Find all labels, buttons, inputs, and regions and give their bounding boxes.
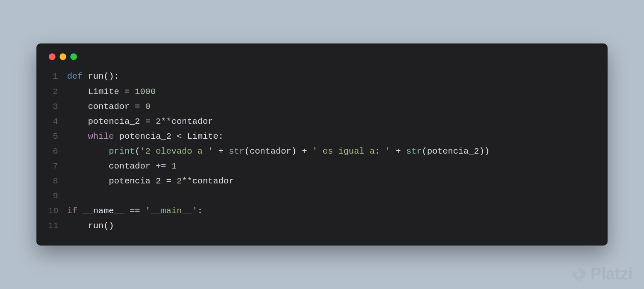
code-token: str — [229, 147, 245, 156]
code-token — [67, 176, 109, 186]
code-token: < — [177, 132, 187, 141]
code-token: 2 — [156, 117, 161, 126]
code-token: Limite — [187, 132, 219, 141]
code-token: ** — [161, 117, 171, 126]
code-token: : — [197, 206, 203, 216]
code-token: = — [125, 87, 135, 96]
code-token: = — [166, 176, 176, 186]
code-token: contador — [88, 102, 135, 111]
code-token: 1000 — [135, 87, 156, 96]
line-number: 5 — [48, 129, 67, 144]
line-number: 9 — [48, 189, 67, 204]
code-line: 7 contador += 1 — [48, 159, 596, 174]
code-token: ( — [245, 147, 250, 156]
line-number: 8 — [48, 174, 67, 189]
code-token: (): — [103, 72, 119, 81]
code-token — [67, 102, 88, 111]
code-block: 1def run():2 Limite = 10003 contador = 0… — [48, 69, 596, 234]
code-token: ( — [135, 147, 140, 156]
watermark: Platzi — [571, 265, 632, 283]
line-content: contador = 0 — [67, 99, 596, 114]
code-token: += — [156, 161, 171, 171]
platzi-logo-icon — [571, 266, 587, 282]
code-token: ( — [422, 147, 427, 156]
code-token: () — [103, 221, 114, 231]
line-content: potencia_2 = 2**contador — [67, 114, 596, 129]
code-token: print — [109, 147, 135, 156]
code-line: 5 while potencia_2 < Limite: — [48, 129, 596, 144]
close-icon[interactable] — [49, 53, 55, 60]
line-content: contador += 1 — [67, 159, 596, 174]
code-token: __name__ — [83, 206, 130, 216]
code-token: potencia_2 — [427, 147, 479, 156]
line-number: 7 — [48, 159, 67, 174]
code-token: 1 — [171, 161, 177, 171]
line-number: 3 — [48, 99, 67, 114]
code-token: 2 — [177, 176, 182, 186]
code-token — [67, 161, 109, 171]
code-token — [67, 117, 88, 126]
code-token: = — [135, 102, 145, 111]
code-token: potencia_2 — [119, 132, 177, 141]
line-content: while potencia_2 < Limite: — [67, 129, 596, 144]
line-content: def run(): — [67, 69, 596, 84]
watermark-text: Platzi — [591, 265, 632, 283]
code-line: 2 Limite = 1000 — [48, 84, 596, 99]
line-number: 10 — [48, 204, 67, 219]
code-line: 8 potencia_2 = 2**contador — [48, 174, 596, 189]
code-token: contador — [192, 176, 234, 186]
line-number: 2 — [48, 84, 67, 99]
code-line: 11 run() — [48, 219, 596, 234]
code-token: + — [213, 147, 229, 156]
code-token: Limite — [88, 87, 124, 96]
code-line: 4 potencia_2 = 2**contador — [48, 114, 596, 129]
line-content: run() — [67, 219, 596, 234]
code-token: '2 elevado a ' — [140, 147, 213, 156]
code-token: run — [88, 72, 103, 81]
code-token: str — [406, 147, 422, 156]
code-line: 6 print('2 elevado a ' + str(contador) +… — [48, 144, 596, 159]
code-token: = — [145, 117, 156, 126]
line-number: 11 — [48, 219, 67, 234]
code-token — [67, 147, 109, 156]
code-token: def — [67, 72, 88, 81]
line-content — [67, 189, 596, 204]
line-number: 4 — [48, 114, 67, 129]
code-token: + — [390, 147, 406, 156]
code-token: run — [88, 221, 103, 231]
code-token: ** — [182, 176, 192, 186]
code-token — [67, 221, 88, 231]
code-token: == — [130, 206, 145, 216]
code-token: ' es igual a: ' — [312, 147, 390, 156]
code-line: 10if __name__ == '__main__': — [48, 204, 596, 219]
code-token: potencia_2 — [109, 176, 166, 186]
line-content: if __name__ == '__main__': — [67, 204, 596, 219]
code-token: contador — [109, 161, 156, 171]
code-window: 1def run():2 Limite = 10003 contador = 0… — [36, 43, 608, 245]
line-content: print('2 elevado a ' + str(contador) + '… — [67, 144, 596, 159]
code-token: 0 — [145, 102, 151, 111]
code-token: contador — [171, 117, 213, 126]
code-token — [67, 132, 88, 141]
code-token: )) — [479, 147, 490, 156]
code-token: + — [297, 147, 312, 156]
code-token: '__main__' — [145, 206, 197, 216]
maximize-icon[interactable] — [70, 53, 77, 60]
code-token: potencia_2 — [88, 117, 145, 126]
line-number: 1 — [48, 69, 67, 84]
code-token: contador — [250, 147, 291, 156]
code-token — [67, 87, 88, 96]
line-content: potencia_2 = 2**contador — [67, 174, 596, 189]
line-content: Limite = 1000 — [67, 84, 596, 99]
window-titlebar — [48, 53, 596, 60]
code-line: 3 contador = 0 — [48, 99, 596, 114]
line-number: 6 — [48, 144, 67, 159]
minimize-icon[interactable] — [60, 53, 66, 60]
code-token: if — [67, 206, 83, 216]
code-line: 9 — [48, 189, 596, 204]
code-token: ) — [291, 147, 297, 156]
code-token: : — [219, 132, 224, 141]
code-line: 1def run(): — [48, 69, 596, 84]
code-token: while — [88, 132, 119, 141]
